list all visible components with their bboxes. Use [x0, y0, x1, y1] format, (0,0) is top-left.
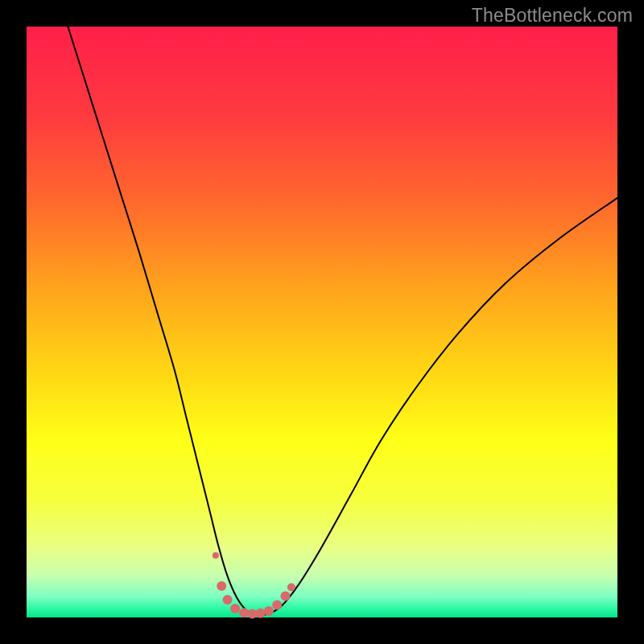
- bottleneck-chart: [0, 0, 644, 644]
- trough-dot: [287, 584, 295, 592]
- trough-dot: [223, 595, 233, 605]
- watermark-text: TheBottleneck.com: [472, 5, 633, 27]
- app-frame: TheBottleneck.com: [0, 0, 644, 644]
- trough-dot: [213, 552, 219, 559]
- trough-dot: [272, 601, 282, 610]
- plot-background: [27, 27, 617, 617]
- trough-dot: [230, 604, 240, 613]
- trough-dot: [280, 592, 290, 601]
- trough-dot: [217, 581, 226, 591]
- trough-dot: [247, 609, 257, 619]
- trough-dot: [264, 606, 274, 616]
- trough-dot: [239, 608, 249, 617]
- trough-dot: [256, 609, 266, 618]
